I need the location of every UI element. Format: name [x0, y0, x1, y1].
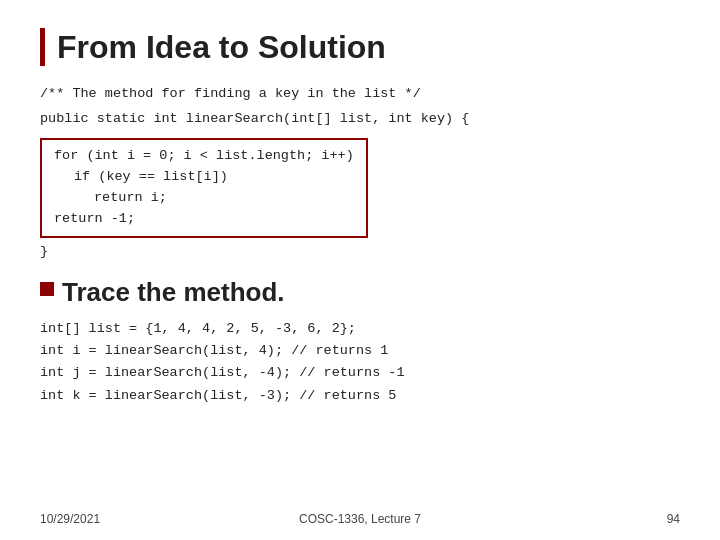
code-line-1: for (int i = 0; i < list.length; i++) — [54, 146, 354, 167]
code-line-3: return i; — [54, 188, 354, 209]
code-line-4: return -1; — [54, 209, 354, 230]
footer-page: 94 — [600, 512, 680, 526]
slide: From Idea to Solution /** The method for… — [0, 0, 720, 540]
footer: 10/29/2021 COSC-1336, Lecture 7 94 — [40, 512, 680, 526]
footer-course: COSC-1336, Lecture 7 — [120, 512, 600, 526]
bullet-label: Trace the method. — [62, 277, 285, 308]
closing-brace: } — [40, 242, 680, 263]
trace-line-1: int[] list = {1, 4, 4, 2, 5, -3, 6, 2}; — [40, 318, 680, 340]
footer-date: 10/29/2021 — [40, 512, 120, 526]
slide-title: From Idea to Solution — [40, 28, 680, 66]
comment-line: /** The method for finding a key in the … — [40, 84, 680, 105]
bullet-square-icon — [40, 282, 54, 296]
code-box: for (int i = 0; i < list.length; i++) if… — [40, 138, 368, 238]
trace-line-3: int j = linearSearch(list, -4); // retur… — [40, 362, 680, 384]
trace-code-block: int[] list = {1, 4, 4, 2, 5, -3, 6, 2}; … — [40, 318, 680, 407]
code-line-2: if (key == list[i]) — [54, 167, 354, 188]
trace-line-2: int i = linearSearch(list, 4); // return… — [40, 340, 680, 362]
public-line: public static int linearSearch(int[] lis… — [40, 109, 680, 130]
bullet-section: Trace the method. — [40, 277, 680, 308]
trace-line-4: int k = linearSearch(list, -3); // retur… — [40, 385, 680, 407]
